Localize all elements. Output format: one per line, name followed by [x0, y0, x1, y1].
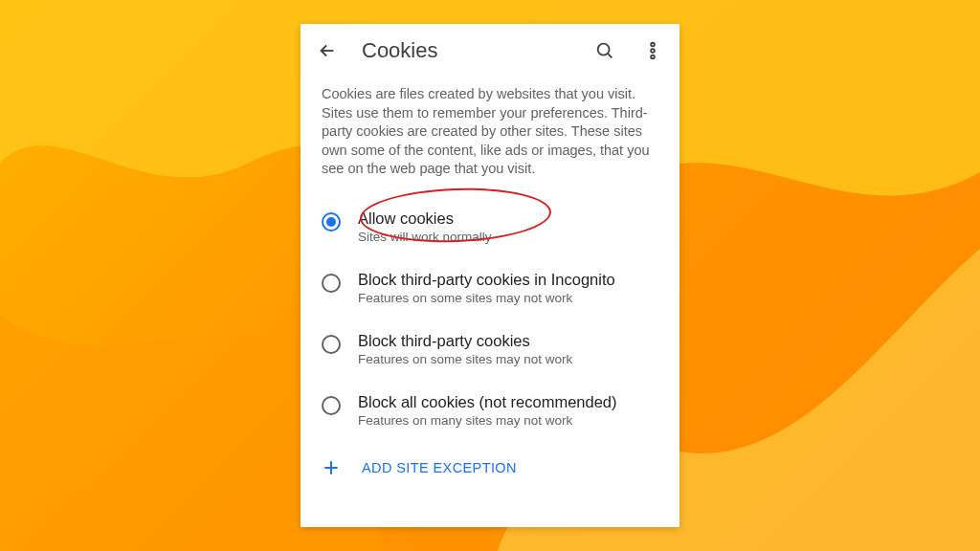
option-block-third-party[interactable]: Block third-party cookies Features on so… [308, 319, 672, 380]
option-subtitle: Sites will work normally [358, 230, 492, 244]
app-bar: Cookies [301, 24, 679, 77]
svg-point-3 [651, 55, 655, 59]
search-icon[interactable] [591, 37, 618, 64]
plus-icon [322, 458, 341, 477]
cookies-settings-panel: Cookies Cookies are files created by web… [301, 24, 679, 527]
back-icon[interactable] [314, 37, 341, 64]
radio-icon[interactable] [322, 335, 341, 354]
more-icon[interactable] [639, 37, 666, 64]
svg-point-1 [651, 43, 655, 47]
page-title: Cookies [362, 38, 570, 63]
radio-icon[interactable] [322, 212, 341, 231]
option-title: Block third-party cookies [358, 332, 572, 350]
option-title: Allow cookies [358, 209, 492, 228]
radio-icon[interactable] [322, 396, 341, 415]
svg-point-0 [598, 44, 610, 55]
option-text: Block third-party cookies in Incognito F… [358, 271, 615, 305]
option-subtitle: Features on many sites may not work [358, 413, 617, 428]
option-text: Allow cookies Sites will work normally [358, 209, 492, 244]
option-subtitle: Features on some sites may not work [358, 352, 572, 366]
option-block-all[interactable]: Block all cookies (not recommended) Feat… [308, 380, 672, 441]
cookie-options-group: Allow cookies Sites will work normally B… [301, 196, 679, 441]
svg-point-2 [651, 49, 655, 53]
cookies-description: Cookies are files created by websites th… [301, 77, 679, 196]
option-text: Block third-party cookies Features on so… [358, 332, 572, 366]
option-text: Block all cookies (not recommended) Feat… [358, 393, 617, 428]
add-exception-label: ADD SITE EXCEPTION [362, 460, 517, 475]
add-site-exception-button[interactable]: ADD SITE EXCEPTION [301, 441, 679, 495]
option-block-incognito[interactable]: Block third-party cookies in Incognito F… [308, 257, 672, 319]
radio-icon[interactable] [322, 274, 341, 293]
option-allow-cookies[interactable]: Allow cookies Sites will work normally [308, 196, 672, 257]
option-title: Block all cookies (not recommended) [358, 393, 617, 411]
option-subtitle: Features on some sites may not work [358, 291, 615, 305]
option-title: Block third-party cookies in Incognito [358, 271, 615, 289]
